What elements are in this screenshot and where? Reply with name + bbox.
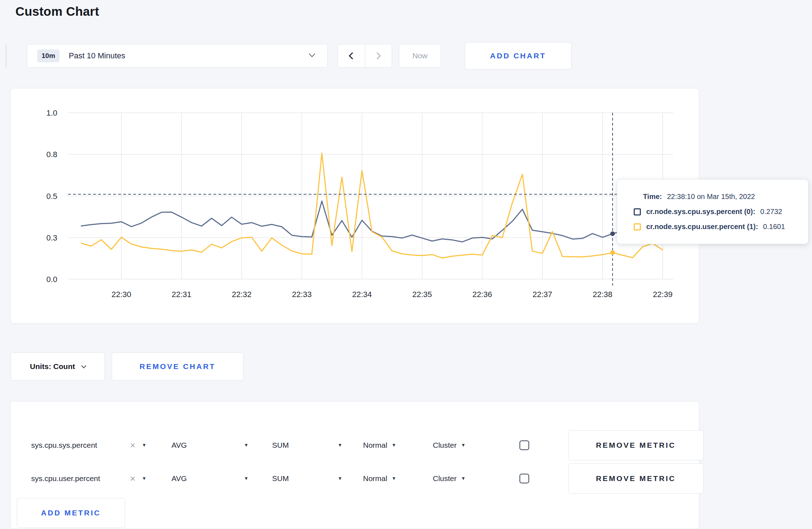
source-select[interactable]: Cluster ▼ [433, 441, 465, 450]
caret-down-icon: ▼ [142, 443, 146, 447]
clear-metric-icon[interactable]: × [130, 441, 135, 450]
clear-metric-icon[interactable]: × [130, 474, 135, 483]
page-title: Custom Chart [15, 4, 99, 19]
tooltip-series-value: 0.1601 [763, 223, 785, 231]
chevron-down-icon [309, 50, 315, 57]
tooltip-series-row: cr.node.sys.cpu.sys.percent (0): 0.2732 [634, 208, 799, 216]
tooltip-time-label: Time: [643, 193, 662, 201]
caret-down-icon: ▼ [461, 443, 466, 447]
time-nav-group [338, 44, 392, 68]
aggregator-value: SUM [272, 474, 289, 483]
add-chart-button[interactable]: ADD CHART [465, 42, 571, 69]
tooltip-time-row: Time: 22:38:10 on Mar 15th, 2022 [634, 193, 799, 201]
remove-chart-button[interactable]: REMOVE CHART [112, 353, 243, 380]
tooltip-time-value: 22:38:10 on Mar 15th, 2022 [667, 193, 755, 201]
table-row-metric-2: sys.cpu.user.percent × ▼ AVG ▼ SUM ▼ Nor… [10, 462, 699, 495]
aggregator-value: SUM [272, 441, 289, 450]
series-swatch-user [634, 223, 641, 230]
chart-card [10, 88, 699, 324]
rate-value: Normal [363, 441, 387, 450]
chevron-right-icon [374, 52, 381, 59]
tooltip-series-name: cr.node.sys.cpu.user.percent (1): [646, 223, 758, 231]
time-range-dropdown[interactable]: 10m Past 10 Minutes [27, 44, 328, 68]
downsampler-select[interactable]: AVG ▼ [171, 474, 248, 483]
chevron-left-icon [349, 52, 356, 59]
prev-time-button[interactable] [338, 44, 365, 67]
units-label: Units: Count [30, 362, 75, 371]
per-node-cell [500, 474, 548, 483]
tooltip-series-row: cr.node.sys.cpu.user.percent (1): 0.1601 [634, 223, 799, 231]
rate-value: Normal [363, 474, 387, 483]
caret-down-icon: ▼ [338, 443, 342, 447]
table-row-metric-1: sys.cpu.sys.percent × ▼ AVG ▼ SUM ▼ Norm… [10, 428, 699, 462]
source-select[interactable]: Cluster ▼ [433, 474, 465, 483]
time-range-label: Past 10 Minutes [69, 51, 125, 60]
remove-metric-button[interactable]: REMOVE METRIC [568, 464, 704, 494]
caret-down-icon: ▼ [461, 476, 466, 481]
per-node-cell [500, 440, 548, 450]
caret-down-icon: ▼ [338, 476, 342, 481]
per-node-checkbox[interactable] [519, 474, 529, 483]
metric-name-select[interactable]: sys.cpu.user.percent × ▼ [31, 474, 146, 483]
aggregator-select[interactable]: SUM ▼ [272, 441, 342, 450]
time-range-badge: 10m [37, 49, 59, 62]
downsampler-value: AVG [171, 474, 187, 483]
rate-select[interactable]: Normal ▼ [363, 474, 396, 483]
chevron-down-icon [81, 363, 86, 368]
now-button[interactable]: Now [399, 44, 441, 68]
caret-down-icon: ▼ [392, 476, 396, 481]
series-swatch-sys [634, 208, 641, 215]
source-value: Cluster [433, 474, 457, 483]
tooltip-series-value: 0.2732 [760, 208, 782, 216]
caret-down-icon: ▼ [392, 443, 396, 447]
source-value: Cluster [433, 441, 457, 450]
caret-down-icon: ▼ [244, 443, 248, 447]
caret-down-icon: ▼ [142, 476, 146, 481]
add-metric-button[interactable]: ADD METRIC [17, 498, 125, 528]
downsampler-select[interactable]: AVG ▼ [171, 441, 248, 450]
caret-down-icon: ▼ [244, 476, 248, 481]
toolbar-divider [6, 44, 6, 68]
rate-select[interactable]: Normal ▼ [363, 441, 396, 450]
units-dropdown[interactable]: Units: Count [11, 353, 105, 380]
next-time-button[interactable] [365, 44, 392, 67]
metric-name-value: sys.cpu.user.percent [31, 474, 124, 483]
chart-tooltip: Time: 22:38:10 on Mar 15th, 2022 cr.node… [617, 179, 808, 244]
metric-name-value: sys.cpu.sys.percent [31, 441, 124, 450]
custom-chart-page: Custom Chart 10m Past 10 Minutes Now ADD… [0, 0, 812, 529]
per-node-checkbox[interactable] [519, 440, 529, 450]
tooltip-series-name: cr.node.sys.cpu.sys.percent (0): [646, 208, 755, 216]
aggregator-select[interactable]: SUM ▼ [272, 474, 342, 483]
metric-name-select[interactable]: sys.cpu.sys.percent × ▼ [31, 441, 146, 450]
downsampler-value: AVG [171, 441, 187, 450]
remove-metric-button[interactable]: REMOVE METRIC [568, 430, 704, 460]
